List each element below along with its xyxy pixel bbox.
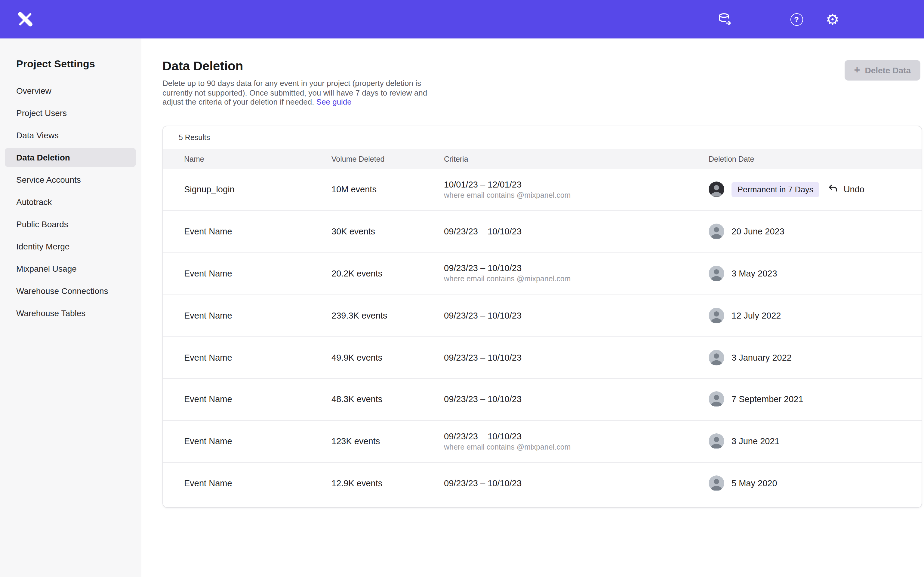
criteria-range: 09/23/23 – 10/10/23 bbox=[444, 311, 709, 320]
table-body: Signup_login 10M events 10/01/23 – 12/01… bbox=[163, 169, 922, 504]
criteria-range: 09/23/23 – 10/10/23 bbox=[444, 227, 709, 236]
topbar-icon-group: ? ⚙ bbox=[716, 11, 840, 27]
sidebar-item-label: Data Deletion bbox=[16, 153, 70, 162]
sidebar-item-label: Autotrack bbox=[16, 197, 52, 207]
column-header-criteria: Criteria bbox=[444, 155, 709, 163]
event-name: Event Name bbox=[184, 269, 232, 278]
deletion-date-cell: 3 June 2021 bbox=[709, 434, 922, 449]
column-header-name: Name bbox=[184, 155, 331, 163]
settings-sidebar: Project Settings OverviewProject UsersDa… bbox=[0, 39, 141, 577]
data-export-icon[interactable] bbox=[716, 11, 732, 27]
volume-cell: 10M events bbox=[331, 185, 444, 195]
volume-cell: 30K events bbox=[331, 227, 444, 236]
column-header-deletion-date: Deletion Date bbox=[709, 155, 922, 163]
sidebar-item-label: Mixpanel Usage bbox=[16, 264, 77, 274]
deletion-date-cell: 12 July 2022 bbox=[709, 308, 922, 323]
event-name: Event Name bbox=[184, 479, 232, 488]
sidebar-item-label: Identity Merge bbox=[16, 242, 69, 251]
criteria-filter: where email contains @mixpanel.com bbox=[444, 443, 709, 451]
undo-button[interactable]: Undo bbox=[828, 184, 864, 196]
user-avatar bbox=[709, 350, 724, 365]
sidebar-item-project-users[interactable]: Project Users bbox=[5, 103, 136, 122]
criteria-cell: 10/01/23 – 12/01/23 where email contains… bbox=[444, 180, 709, 200]
volume-cell: 20.2K events bbox=[331, 269, 444, 278]
deletion-date-cell: 3 May 2023 bbox=[709, 266, 922, 281]
table-row: Event Name 12.9K events 09/23/23 – 10/10… bbox=[163, 463, 922, 504]
criteria-range: 09/23/23 – 10/10/23 bbox=[444, 479, 709, 488]
table-row: Event Name 123K events 09/23/23 – 10/10/… bbox=[163, 421, 922, 463]
volume-value: 48.3K events bbox=[331, 395, 382, 404]
event-name: Event Name bbox=[184, 353, 232, 362]
page-title: Data Deletion bbox=[162, 59, 243, 73]
event-name: Event Name bbox=[184, 436, 232, 446]
sidebar-title: Project Settings bbox=[0, 39, 141, 81]
sidebar-item-overview[interactable]: Overview bbox=[5, 81, 136, 100]
app-window: ? ⚙ Project Settings OverviewProject Use… bbox=[0, 0, 924, 577]
sidebar-item-identity-merge[interactable]: Identity Merge bbox=[5, 237, 136, 256]
sidebar-item-data-views[interactable]: Data Views bbox=[5, 126, 136, 145]
sidebar-item-mixpanel-usage[interactable]: Mixpanel Usage bbox=[5, 259, 136, 278]
main-content: Data Deletion Delete up to 90 days data … bbox=[141, 39, 924, 577]
sidebar-item-service-accounts[interactable]: Service Accounts bbox=[5, 170, 136, 189]
undo-icon bbox=[828, 184, 838, 196]
sidebar-item-warehouse-connections[interactable]: Warehouse Connections bbox=[5, 281, 136, 301]
delete-data-button[interactable]: + Delete Data bbox=[845, 60, 921, 81]
sidebar-item-label: Overview bbox=[16, 86, 52, 95]
sidebar-nav: OverviewProject UsersData ViewsData Dele… bbox=[0, 81, 141, 323]
event-name-cell: Event Name bbox=[184, 311, 331, 320]
apps-grid-icon[interactable] bbox=[753, 11, 768, 27]
event-name-cell: Event Name bbox=[184, 353, 331, 362]
event-name: Event Name bbox=[184, 227, 232, 236]
criteria-filter: where email contains @mixpanel.com bbox=[444, 275, 709, 284]
sidebar-item-label: Public Boards bbox=[16, 219, 68, 229]
settings-icon[interactable]: ⚙ bbox=[825, 11, 840, 27]
sidebar-item-label: Warehouse Connections bbox=[16, 286, 108, 296]
user-avatar bbox=[709, 434, 724, 449]
volume-value: 10M events bbox=[331, 185, 376, 195]
help-icon[interactable]: ? bbox=[789, 11, 804, 27]
description-text: Delete up to 90 days data for any event … bbox=[162, 79, 427, 106]
criteria-filter: where email contains @mixpanel.com bbox=[444, 191, 709, 200]
volume-value: 123K events bbox=[331, 436, 380, 446]
event-name: Event Name bbox=[184, 311, 232, 320]
criteria-cell: 09/23/23 – 10/10/23 bbox=[444, 311, 709, 320]
deletion-date: 7 September 2021 bbox=[732, 395, 803, 404]
deletion-date: 20 June 2023 bbox=[732, 227, 784, 236]
volume-value: 239.3K events bbox=[331, 311, 387, 320]
deletion-date: 5 May 2020 bbox=[732, 479, 777, 488]
volume-cell: 12.9K events bbox=[331, 479, 444, 488]
see-guide-link[interactable]: See guide bbox=[317, 97, 352, 106]
undo-label: Undo bbox=[844, 185, 864, 195]
sidebar-item-public-boards[interactable]: Public Boards bbox=[5, 214, 136, 234]
table-row: Event Name 49.9K events 09/23/23 – 10/10… bbox=[163, 337, 922, 379]
criteria-cell: 09/23/23 – 10/10/23 where email contains… bbox=[444, 264, 709, 284]
deletion-date-cell: 7 September 2021 bbox=[709, 392, 922, 407]
mixpanel-logo-icon[interactable] bbox=[16, 10, 34, 28]
event-name-cell: Signup_login bbox=[184, 185, 331, 195]
gear-glyph: ⚙ bbox=[826, 12, 840, 27]
event-name-cell: Event Name bbox=[184, 436, 331, 446]
event-name: Signup_login bbox=[184, 185, 234, 195]
criteria-cell: 09/23/23 – 10/10/23 bbox=[444, 395, 709, 404]
deletion-date-cell: Permanent in 7 Days bbox=[709, 182, 922, 197]
sidebar-item-autotrack[interactable]: Autotrack bbox=[5, 192, 136, 211]
deletion-date: 3 May 2023 bbox=[732, 269, 777, 278]
table-row: Event Name 30K events 09/23/23 – 10/10/2… bbox=[163, 211, 922, 253]
event-name-cell: Event Name bbox=[184, 395, 331, 404]
criteria-cell: 09/23/23 – 10/10/23 where email contains… bbox=[444, 431, 709, 451]
criteria-range: 09/23/23 – 10/10/23 bbox=[444, 395, 709, 404]
sidebar-item-data-deletion[interactable]: Data Deletion bbox=[5, 148, 136, 167]
table-row: Event Name 48.3K events 09/23/23 – 10/10… bbox=[163, 379, 922, 421]
criteria-range: 10/01/23 – 12/01/23 bbox=[444, 180, 709, 189]
user-avatar bbox=[709, 266, 724, 281]
criteria-range: 09/23/23 – 10/10/23 bbox=[444, 353, 709, 362]
sidebar-item-warehouse-tables[interactable]: Warehouse Tables bbox=[5, 303, 136, 323]
sidebar-item-label: Data Views bbox=[16, 131, 59, 140]
user-avatar bbox=[709, 392, 724, 407]
content-shell: Project Settings OverviewProject UsersDa… bbox=[0, 39, 924, 577]
event-name: Event Name bbox=[184, 395, 232, 404]
table-header-row: Name Volume Deleted Criteria Deletion Da… bbox=[163, 149, 922, 169]
table-row: Event Name 239.3K events 09/23/23 – 10/1… bbox=[163, 295, 922, 337]
table-row: Event Name 20.2K events 09/23/23 – 10/10… bbox=[163, 253, 922, 295]
page-description: Delete up to 90 days data for any event … bbox=[162, 79, 428, 107]
